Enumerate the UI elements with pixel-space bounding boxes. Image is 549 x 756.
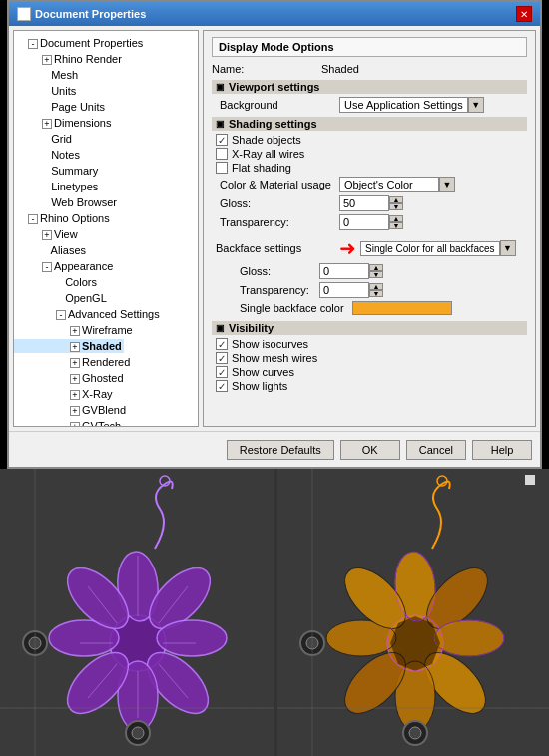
gloss-down-button[interactable]: ▼ <box>389 203 403 210</box>
expand-wireframe[interactable]: + <box>70 326 80 336</box>
title-label: Document Properties <box>35 8 146 20</box>
help-button[interactable]: Help <box>472 440 532 460</box>
tree-item-grid[interactable]: Grid <box>14 131 198 147</box>
tree-item-gvtech[interactable]: +GVTech <box>14 418 198 427</box>
shade-objects-row: Shade objects <box>212 134 527 146</box>
transparency-down-button[interactable]: ▼ <box>389 222 403 229</box>
title-icon <box>17 7 31 21</box>
backface-dropdown[interactable]: Single Color for all backfaces <box>360 241 500 256</box>
tree-item-summary[interactable]: Summary <box>14 163 198 179</box>
expand-shaded[interactable]: + <box>70 342 80 352</box>
show-lights-label: Show lights <box>232 380 287 392</box>
tree-item-mesh[interactable]: Mesh <box>14 67 198 83</box>
tree-item-shaded[interactable]: +Shaded <box>14 338 198 354</box>
tree-item-web-browser[interactable]: Web Browser <box>14 194 198 210</box>
background-dropdown-arrow[interactable]: ▼ <box>468 97 484 113</box>
xray-wires-label: X-Ray all wires <box>232 148 304 160</box>
show-lights-checkbox[interactable] <box>216 380 228 392</box>
ok-button[interactable]: OK <box>340 440 400 460</box>
tree-item-view[interactable]: +View <box>14 226 198 242</box>
tree-item-gvblend[interactable]: +GVBlend <box>14 402 198 418</box>
tree-item-wireframe[interactable]: +Wireframe <box>14 322 198 338</box>
backface-transparency-spin: ▲ ▼ <box>319 282 383 298</box>
backface-transparency-down-button[interactable]: ▼ <box>369 290 383 297</box>
expand-rendered[interactable]: + <box>70 358 80 368</box>
backface-transparency-row: Transparency: ▲ ▼ <box>212 282 527 298</box>
color-material-row: Color & Material usage Object's Color ▼ <box>212 177 527 192</box>
render-left-svg <box>0 469 274 756</box>
cancel-button[interactable]: Cancel <box>406 440 466 460</box>
color-material-value: Object's Color <box>344 179 413 190</box>
background-dropdown[interactable]: Use Application Settings <box>339 97 468 113</box>
expand-ghosted[interactable]: + <box>70 374 80 384</box>
backface-transparency-spin-buttons: ▲ ▼ <box>369 283 383 297</box>
tree-item-rhino-render[interactable]: +Rhino Render <box>14 51 198 67</box>
content-panel: Display Mode Options Name: Shaded ▣ View… <box>203 30 536 427</box>
backface-gloss-spin: ▲ ▼ <box>319 263 383 279</box>
viewport-settings-header: ▣ Viewport settings <box>212 80 527 94</box>
tree-item-opengl[interactable]: OpenGL <box>14 290 198 306</box>
expand-rhino-render[interactable]: + <box>42 55 52 65</box>
tree-item-rendered[interactable]: +Rendered <box>14 354 198 370</box>
gloss-up-button[interactable]: ▲ <box>389 196 403 203</box>
collapse-shading-icon: ▣ <box>216 119 226 129</box>
close-button[interactable]: ✕ <box>516 6 532 22</box>
expand-advanced-settings[interactable]: - <box>56 310 66 320</box>
display-mode-options-title: Display Mode Options <box>219 41 334 53</box>
expand-gvtech[interactable]: + <box>70 422 80 427</box>
gloss-row: Gloss: ▲ ▼ <box>212 195 527 211</box>
gloss-input[interactable] <box>339 195 389 211</box>
transparency-input[interactable] <box>339 214 389 230</box>
background-dropdown-value: Use Application Settings <box>344 99 463 111</box>
background-row: Background Use Application Settings ▼ <box>212 97 527 113</box>
color-material-arrow[interactable]: ▼ <box>439 177 455 192</box>
backface-gloss-down-button[interactable]: ▼ <box>369 271 383 278</box>
tree-item-aliases[interactable]: Aliases <box>14 242 198 258</box>
expand-xray[interactable]: + <box>70 390 80 400</box>
visibility-label: Visibility <box>229 322 274 334</box>
show-lights-row: Show lights <box>212 380 527 392</box>
backface-gloss-spin-buttons: ▲ ▼ <box>369 264 383 278</box>
tree-item-doc-props[interactable]: -Document Properties <box>14 35 198 51</box>
tree-item-ghosted[interactable]: +Ghosted <box>14 370 198 386</box>
flat-shading-label: Flat shading <box>232 162 291 174</box>
single-backface-color-swatch[interactable] <box>352 301 452 315</box>
backface-gloss-up-button[interactable]: ▲ <box>369 264 383 271</box>
flat-shading-checkbox[interactable] <box>216 162 228 174</box>
tree-item-xray[interactable]: +X-Ray <box>14 386 198 402</box>
backface-transparency-input[interactable] <box>319 282 369 298</box>
tree-item-colors[interactable]: Colors <box>14 274 198 290</box>
show-mesh-wires-checkbox[interactable] <box>216 352 228 364</box>
button-bar: Restore Defaults OK Cancel Help <box>9 431 540 467</box>
show-isocurves-checkbox[interactable] <box>216 338 228 350</box>
expand-appearance[interactable]: - <box>42 262 52 272</box>
expand-view[interactable]: + <box>42 230 52 240</box>
tree-item-notes[interactable]: Notes <box>14 147 198 163</box>
tree-item-linetypes[interactable]: Linetypes <box>14 179 198 194</box>
tree-item-units[interactable]: Units <box>14 83 198 99</box>
dialog-body: -Document Properties +Rhino Render Mesh … <box>9 26 540 431</box>
shade-objects-checkbox[interactable] <box>216 134 228 146</box>
color-material-dropdown[interactable]: Object's Color <box>339 177 439 192</box>
title-bar-text: Document Properties <box>17 7 146 21</box>
tree-item-page-units[interactable]: Page Units <box>14 99 198 115</box>
color-material-container: Object's Color ▼ <box>339 177 455 192</box>
backface-dropdown-arrow[interactable]: ▼ <box>500 240 516 256</box>
backface-gloss-input[interactable] <box>319 263 369 279</box>
restore-defaults-button[interactable]: Restore Defaults <box>227 440 334 460</box>
backface-transparency-up-button[interactable]: ▲ <box>369 283 383 290</box>
expand-doc-props[interactable]: - <box>28 39 38 49</box>
show-curves-row: Show curves <box>212 366 527 378</box>
expand-dimensions[interactable]: + <box>42 119 52 129</box>
backface-dropdown-value: Single Color for all backfaces <box>365 243 495 254</box>
show-curves-checkbox[interactable] <box>216 366 228 378</box>
tree-item-appearance[interactable]: -Appearance <box>14 258 198 274</box>
xray-wires-checkbox[interactable] <box>216 148 228 160</box>
tree-item-dimensions[interactable]: +Dimensions <box>14 115 198 131</box>
backface-gloss-row: Gloss: ▲ ▼ <box>212 263 527 279</box>
transparency-up-button[interactable]: ▲ <box>389 215 403 222</box>
tree-item-advanced-settings[interactable]: -Advanced Settings <box>14 306 198 322</box>
expand-rhino-options[interactable]: - <box>28 214 38 224</box>
expand-gvblend[interactable]: + <box>70 406 80 416</box>
tree-item-rhino-options[interactable]: -Rhino Options <box>14 210 198 226</box>
